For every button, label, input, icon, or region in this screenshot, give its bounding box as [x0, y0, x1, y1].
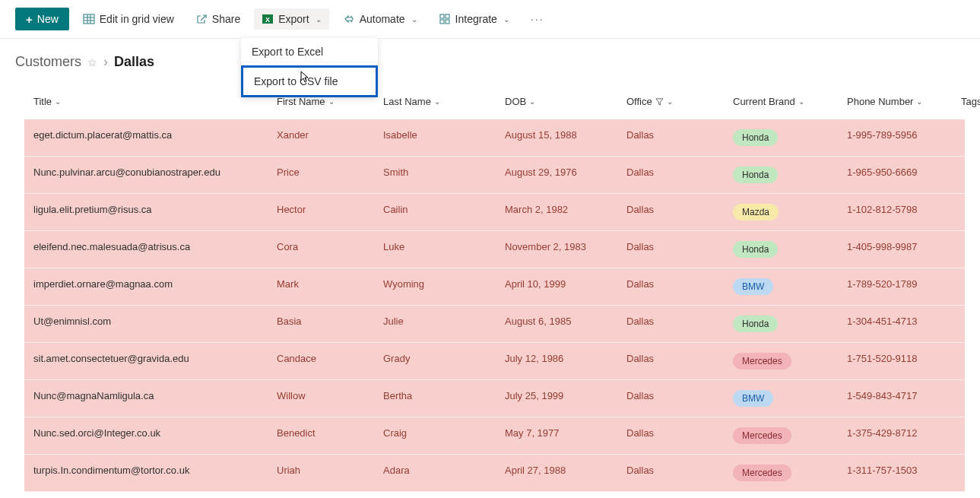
- cell-last-name: Grady: [374, 343, 496, 379]
- automate-button[interactable]: Automate ⌄: [335, 8, 425, 30]
- export-csv-label: Export to CSV file: [254, 75, 338, 87]
- cell-office: Dallas: [617, 417, 724, 454]
- cell-title[interactable]: imperdiet.ornare@magnaa.com: [24, 268, 268, 305]
- more-button[interactable]: ···: [523, 8, 552, 30]
- edit-grid-label: Edit in grid view: [100, 13, 174, 25]
- cell-title[interactable]: ligula.elit.pretium@risus.ca: [24, 194, 268, 230]
- table-header-row: Title⌄ First Name⌄ Last Name⌄ DOB⌄ Offic…: [24, 84, 965, 119]
- cell-dob: August 6, 1985: [496, 306, 617, 342]
- table-row[interactable]: imperdiet.ornare@magnaa.comMarkWyomingAp…: [24, 268, 965, 306]
- export-dropdown: Export to Excel Export to CSV file: [241, 38, 378, 97]
- star-icon[interactable]: ☆: [87, 56, 97, 68]
- chevron-down-icon: ⌄: [55, 97, 61, 106]
- export-button[interactable]: X Export ⌄: [254, 8, 328, 30]
- svg-rect-0: [84, 14, 94, 24]
- cell-last-name: Craig: [374, 417, 496, 454]
- cell-brand: Honda: [724, 157, 838, 193]
- brand-pill: BMW: [733, 278, 773, 295]
- cell-phone: 1-375-429-8712: [838, 417, 952, 454]
- cell-title[interactable]: eleifend.nec.malesuada@atrisus.ca: [24, 231, 268, 268]
- breadcrumb: Customers ☆ › Dallas: [0, 39, 980, 84]
- brand-pill: Mercedes: [733, 427, 791, 444]
- cell-phone: 1-311-757-1503: [838, 455, 952, 491]
- cell-title[interactable]: Nunc.pulvinar.arcu@conubianostraper.edu: [24, 157, 268, 193]
- brand-pill: BMW: [733, 390, 773, 407]
- table-row[interactable]: Nunc.pulvinar.arcu@conubianostraper.eduP…: [24, 157, 965, 194]
- export-to-excel-item[interactable]: Export to Excel: [241, 38, 378, 65]
- cell-tags: [952, 231, 980, 268]
- new-button-label: New: [37, 13, 59, 25]
- table-row[interactable]: Nunc.sed.orci@Integer.co.ukBenedictCraig…: [24, 417, 965, 455]
- cell-dob: November 2, 1983: [496, 231, 617, 268]
- share-label: Share: [212, 13, 240, 25]
- column-header-last-name[interactable]: Last Name⌄: [374, 90, 496, 113]
- new-button[interactable]: + New: [15, 8, 69, 30]
- integrate-button[interactable]: Integrate ⌄: [431, 8, 517, 30]
- chevron-down-icon: ⌄: [503, 15, 509, 24]
- chevron-down-icon: ⌄: [916, 97, 922, 106]
- cell-first-name: Hector: [268, 194, 374, 230]
- cell-phone: 1-549-843-4717: [838, 380, 952, 417]
- breadcrumb-root[interactable]: Customers: [15, 54, 81, 70]
- svg-rect-8: [446, 14, 449, 18]
- share-button[interactable]: Share: [188, 8, 248, 30]
- cell-brand: Mercedes: [724, 417, 838, 454]
- chevron-down-icon: ⌄: [798, 97, 804, 106]
- cell-phone: 1-405-998-9987: [838, 231, 952, 268]
- export-to-csv-item[interactable]: Export to CSV file: [241, 65, 378, 97]
- brand-pill: Honda: [733, 241, 778, 258]
- table-row[interactable]: ligula.elit.pretium@risus.caHectorCailin…: [24, 194, 965, 231]
- cell-office: Dallas: [617, 380, 724, 417]
- cell-title[interactable]: Ut@enimnisl.com: [24, 306, 268, 342]
- cell-tags: [952, 268, 980, 305]
- column-header-brand[interactable]: Current Brand⌄: [724, 90, 838, 113]
- brand-pill: Honda: [733, 316, 778, 332]
- table-row[interactable]: eget.dictum.placerat@mattis.caXanderIsab…: [24, 119, 965, 157]
- export-label: Export: [278, 13, 309, 25]
- cell-brand: BMW: [724, 380, 838, 417]
- column-header-office[interactable]: Office ⌄: [617, 90, 724, 113]
- cell-title[interactable]: sit.amet.consectetuer@gravida.edu: [24, 343, 268, 379]
- cell-dob: July 12, 1986: [496, 343, 617, 379]
- cell-last-name: Cailin: [374, 194, 496, 230]
- brand-pill: Honda: [733, 167, 778, 183]
- cell-tags: [952, 343, 980, 379]
- cell-last-name: Julie: [374, 306, 496, 342]
- brand-pill: Honda: [733, 129, 778, 146]
- cell-phone: 1-304-451-4713: [838, 306, 952, 342]
- excel-icon: X: [262, 13, 274, 25]
- column-header-tags[interactable]: Tags: [952, 90, 980, 113]
- column-header-title[interactable]: Title⌄: [24, 90, 268, 113]
- column-header-phone[interactable]: Phone Number⌄: [838, 90, 952, 113]
- edit-in-grid-button[interactable]: Edit in grid view: [75, 8, 182, 30]
- table-row[interactable]: Ut@enimnisl.comBasiaJulieAugust 6, 1985D…: [24, 306, 965, 343]
- cell-title[interactable]: Nunc@magnaNamligula.ca: [24, 380, 268, 417]
- grid-icon: [83, 13, 95, 25]
- cell-brand: Mazda: [724, 194, 838, 230]
- cell-first-name: Cora: [268, 231, 374, 268]
- svg-text:X: X: [265, 16, 270, 24]
- cell-office: Dallas: [617, 343, 724, 379]
- chevron-down-icon: ⌄: [667, 97, 673, 106]
- brand-pill: Mercedes: [733, 465, 791, 481]
- cell-title[interactable]: Nunc.sed.orci@Integer.co.uk: [24, 417, 268, 454]
- cell-brand: Mercedes: [724, 455, 838, 491]
- table: Title⌄ First Name⌄ Last Name⌄ DOB⌄ Offic…: [0, 84, 980, 492]
- cell-dob: March 2, 1982: [496, 194, 617, 230]
- cell-brand: Honda: [724, 306, 838, 342]
- cell-last-name: Wyoming: [374, 268, 496, 305]
- cell-title[interactable]: eget.dictum.placerat@mattis.ca: [24, 119, 268, 156]
- chevron-down-icon: ⌄: [411, 15, 417, 24]
- table-row[interactable]: Nunc@magnaNamligula.caWillowBerthaJuly 2…: [24, 380, 965, 417]
- column-header-dob[interactable]: DOB⌄: [496, 90, 617, 113]
- table-row[interactable]: sit.amet.consectetuer@gravida.eduCandace…: [24, 343, 965, 380]
- cell-dob: July 25, 1999: [496, 380, 617, 417]
- cell-title[interactable]: turpis.In.condimentum@tortor.co.uk: [24, 455, 268, 491]
- breadcrumb-current: Dallas: [114, 54, 154, 70]
- cell-first-name: Benedict: [268, 417, 374, 454]
- table-row[interactable]: eleifend.nec.malesuada@atrisus.caCoraLuk…: [24, 231, 965, 268]
- cell-last-name: Bertha: [374, 380, 496, 417]
- cell-last-name: Adara: [374, 455, 496, 491]
- cell-dob: August 15, 1988: [496, 119, 617, 156]
- table-row[interactable]: turpis.In.condimentum@tortor.co.ukUriahA…: [24, 455, 965, 492]
